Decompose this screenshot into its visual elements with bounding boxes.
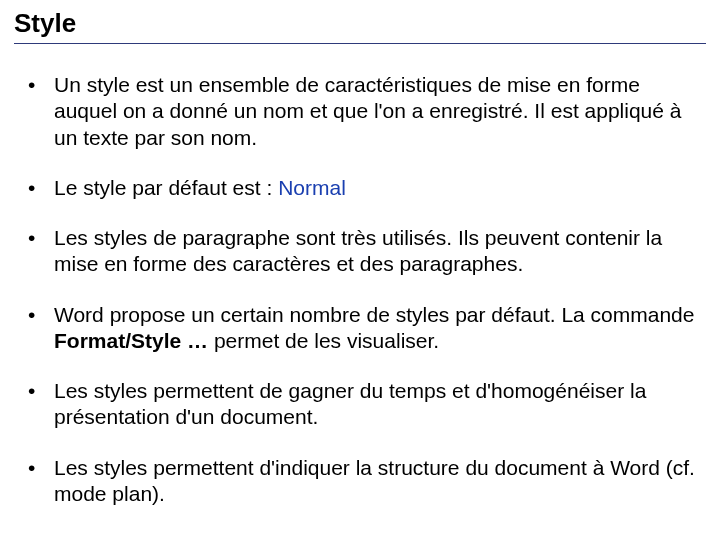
command-name: Format/Style … — [54, 329, 208, 352]
list-item: Un style est un ensemble de caractéristi… — [28, 72, 702, 151]
bullet-text: Word propose un certain nombre de styles… — [54, 303, 694, 326]
bullet-list: Un style est un ensemble de caractéristi… — [14, 72, 706, 507]
bullet-text: Un style est un ensemble de caractéristi… — [54, 73, 681, 149]
list-item: Le style par défaut est : Normal — [28, 175, 702, 201]
list-item: Les styles de paragraphe sont très utili… — [28, 225, 702, 278]
bullet-text: Le style par défaut est : — [54, 176, 278, 199]
list-item: Word propose un certain nombre de styles… — [28, 302, 702, 355]
list-item: Les styles permettent de gagner du temps… — [28, 378, 702, 431]
slide: Style Un style est un ensemble de caract… — [0, 0, 720, 540]
list-item: Les styles permettent d'indiquer la stru… — [28, 455, 702, 508]
bullet-text: Les styles permettent d'indiquer la stru… — [54, 456, 695, 505]
default-style-name: Normal — [278, 176, 346, 199]
bullet-text-suffix: permet de les visualiser. — [208, 329, 439, 352]
bullet-text: Les styles de paragraphe sont très utili… — [54, 226, 662, 275]
slide-title: Style — [14, 8, 706, 44]
bullet-text: Les styles permettent de gagner du temps… — [54, 379, 646, 428]
